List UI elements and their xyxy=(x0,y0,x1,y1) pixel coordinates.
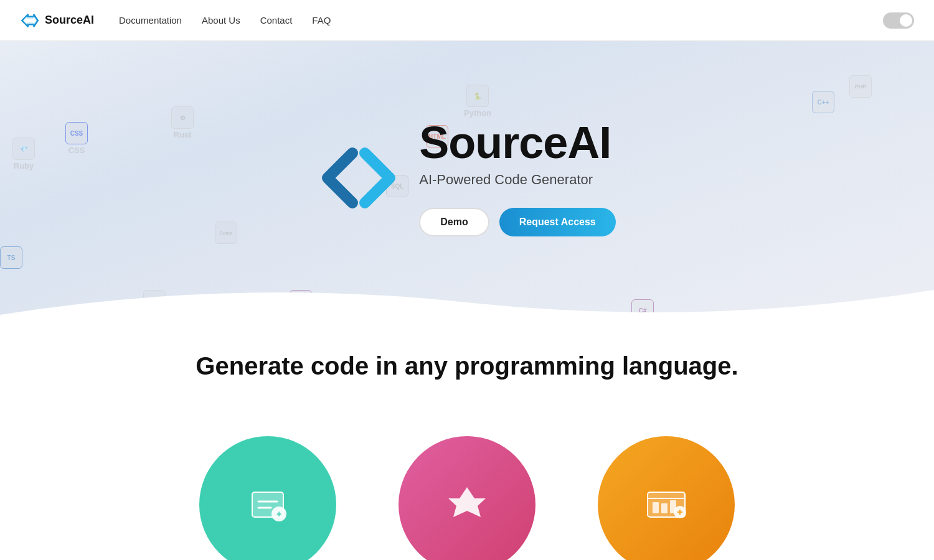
card-item-1: + xyxy=(181,436,355,560)
brand-link[interactable]: SourceAI xyxy=(20,11,94,30)
hero-wave xyxy=(0,278,934,315)
card-1-icon: + xyxy=(243,480,293,530)
card-circle-1: + xyxy=(199,436,336,560)
float-cpp: C++ xyxy=(812,91,834,113)
hero-buttons: Demo Request Access xyxy=(419,208,615,236)
hero-text: SourceAI AI-Powered Code Generator Demo … xyxy=(419,119,615,236)
demo-button[interactable]: Demo xyxy=(419,208,489,236)
svg-rect-11 xyxy=(661,503,667,513)
float-rust: ⚙ Rust xyxy=(171,106,194,139)
dark-mode-toggle[interactable] xyxy=(883,12,914,29)
toggle-knob xyxy=(900,14,912,27)
nav-faq[interactable]: FAQ xyxy=(312,15,331,26)
nav-contact[interactable]: Contact xyxy=(260,15,293,26)
float-css: CSS CSS xyxy=(65,122,88,155)
hero-logo-icon xyxy=(318,138,399,218)
hero-subtitle: AI-Powered Code Generator xyxy=(419,172,615,188)
nav-documentation[interactable]: Documentation xyxy=(119,15,182,26)
svg-marker-7 xyxy=(448,487,486,517)
float-scala: Scala xyxy=(215,222,237,244)
brand-name-text: SourceAI xyxy=(45,14,94,27)
float-php: PHP xyxy=(849,75,872,98)
navbar-right xyxy=(883,12,914,29)
hero-section: 💎 Ruby CSS CSS ⚙ Rust 🐍 Python HTML SQL … xyxy=(0,41,934,315)
svg-marker-0 xyxy=(22,14,38,26)
hero-title: SourceAI xyxy=(419,119,615,167)
svg-text:+: + xyxy=(276,509,281,519)
cards-row: + xyxy=(0,436,934,560)
hero-logo-wrap xyxy=(318,138,399,218)
brand-logo-icon xyxy=(20,11,40,30)
hero-content: SourceAI AI-Powered Code Generator Demo … xyxy=(318,119,615,236)
nav-links: Documentation About Us Contact FAQ xyxy=(119,15,883,26)
float-ruby: 💎 Ruby xyxy=(12,138,35,170)
card-2-icon xyxy=(442,480,492,530)
section2: Generate code in any programming languag… xyxy=(0,315,934,399)
section2-title: Generate code in any programming languag… xyxy=(25,352,909,380)
card-item-2 xyxy=(380,436,554,560)
request-access-button[interactable]: Request Access xyxy=(499,208,616,236)
float-python: 🐍 Python xyxy=(464,85,491,118)
nav-about-us[interactable]: About Us xyxy=(202,15,240,26)
svg-rect-10 xyxy=(653,502,659,513)
float-ts: TS xyxy=(0,246,22,269)
card-3-icon xyxy=(641,480,691,530)
navbar: SourceAI Documentation About Us Contact … xyxy=(0,0,934,41)
card-circle-3 xyxy=(598,436,735,560)
card-circle-2 xyxy=(399,436,535,560)
card-item-3 xyxy=(579,436,753,560)
